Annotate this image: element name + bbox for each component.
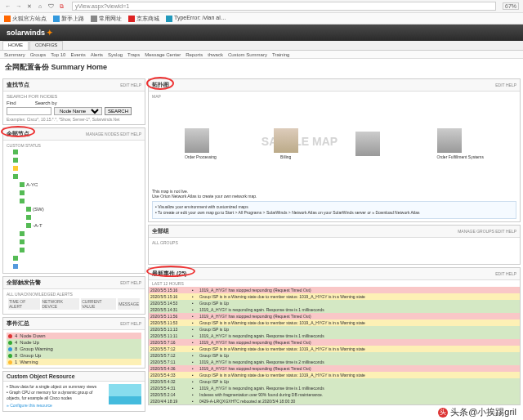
subnav-item[interactable]: Groups [30,52,47,57]
subnav-item[interactable]: Top 10 [51,52,65,57]
tree-item[interactable]: -A-T [7,221,141,230]
event-row[interactable]: 2020/5/5 4:36▪1019_A_HYGY has stopped re… [149,365,520,372]
event-row[interactable]: 2020/5/5 15:16▪1019_A_HYGY has stopped r… [149,287,520,293]
bookmark-item[interactable]: 京东商城 [128,15,159,23]
subnav-item[interactable]: Syslog [108,52,123,57]
back-icon[interactable]: ← [4,2,12,11]
panel-subtitle: LAST 12 HOURS [149,280,520,287]
panel-actions[interactable]: EDIT HELP [120,321,141,326]
event-time: 2020/5/5 7:12 [150,353,190,358]
summary-row[interactable]: 8Group Up [7,352,141,359]
summary-row[interactable]: 8Group Warning [7,346,141,352]
event-row[interactable]: 2020/5/5 4:32▪Group ISP is Up [149,378,520,385]
panel-actions[interactable]: EDIT HELP [495,271,516,276]
status-dot-icon [8,341,12,345]
tab-home[interactable]: HOME [2,41,29,50]
tree-item[interactable]: (SW) [7,205,141,213]
bookmark-item[interactable]: 新手上路 [53,15,84,23]
tree-item[interactable] [7,148,141,156]
tree-item[interactable] [7,254,141,262]
panel-actions[interactable]: MANAGE GROUPS EDIT HELP [458,229,516,234]
tree-item[interactable]: A-YC [7,181,141,189]
event-message: Indexes with fragmentation over 90% foun… [199,392,518,397]
tree-item[interactable] [7,164,141,172]
event-message: Group ISP is in a Warning state due to m… [199,373,518,378]
network-map[interactable]: SAMPLE MAP Order Processing Billing Orde… [152,99,516,189]
tree-item[interactable] [7,172,141,181]
status-dot-icon [8,334,12,338]
summary-count: 8 [15,346,17,351]
building-icon [274,128,298,153]
event-row[interactable]: 2020/5/5 7:12▪Group ISP is in a Warning … [149,346,520,352]
subnav-item[interactable]: thwack [208,52,223,57]
event-message: Group ISP is Up [199,353,518,358]
tree-item[interactable] [7,189,141,197]
event-time: 2020/5/5 7:16 [150,340,190,345]
ext-icon[interactable]: ⧉ [57,2,65,11]
subnav-item[interactable]: Events [70,52,85,57]
event-message: 1019_A_HYGY has stopped responding (Requ… [199,340,518,345]
event-row[interactable]: 2020/5/5 11:53▪Group ISP is in a Warning… [149,319,520,326]
panel-actions[interactable]: EDIT HELP [120,280,141,285]
panel-actions[interactable]: MANAGE NODES EDIT HELP [86,132,141,136]
search-input[interactable] [7,107,51,115]
event-row[interactable]: 2020/5/5 11:11▪1019_A_HYGY is responding… [149,333,520,339]
subnav-item[interactable]: Reports [186,52,203,57]
event-row[interactable]: 2020/5/5 11:56▪1019_A_HYGY has stopped r… [149,313,520,319]
subnav-item[interactable]: Traps [127,52,140,57]
event-time: 2020/4/4 18:19 [150,399,190,404]
browser-toolbar: ← → ✕ ⌂ 🛡 ⧉ yView.aspx?viewid=1 67% [0,0,523,13]
event-row[interactable]: 2020/5/5 15:16▪Group ISP is in a Warning… [149,293,520,300]
event-row[interactable]: 2020/5/5 4:33▪Group ISP is in a Warning … [149,372,520,378]
col-header: NETWORK DEVICE [42,298,80,310]
search-button[interactable]: SEARCH [105,107,132,115]
summary-row[interactable]: 4Node Up [7,339,141,346]
event-row[interactable]: 2020/5/5 14:31▪1019_A_HYGY is responding… [149,306,520,313]
tree-item[interactable] [7,213,141,221]
panel-actions[interactable]: EDIT HELP [120,83,141,87]
close-icon[interactable]: ✕ [25,2,34,11]
subnav-item[interactable]: Message Center [145,52,181,57]
subnav-item[interactable]: Training [272,52,289,57]
event-row[interactable]: 2020/4/4 18:19▪0429-A-LRQXGXHTC rebooted… [149,398,520,404]
bookmark-item[interactable]: TypeError: /vlan al… [166,15,226,21]
tree-item[interactable] [7,246,141,254]
tree-item[interactable] [7,156,141,164]
event-row[interactable]: 2020/5/5 14:53▪Group ISP is Up [149,300,520,306]
map-panel: 拓扑图EDIT HELP MAP SAMPLE MAP Order Proces… [148,78,521,222]
subnav-item[interactable]: Alerts [91,52,103,57]
subnav-item[interactable]: Custom Summary [228,52,267,57]
event-row[interactable]: 2020/5/5 4:31▪1019_A_HYGY is responding … [149,385,520,391]
event-icon: ▪ [192,346,197,351]
tab-configs[interactable]: CONFIGS [29,41,63,50]
groups-panel: 全部组MANAGE GROUPS EDIT HELP ALL GROUPS [148,225,521,265]
event-icon: ▪ [192,360,197,364]
subnav-item[interactable]: Summary [4,52,25,57]
events-panel: 最新事件 (25)EDIT HELP LAST 12 HOURS 2020/5/… [148,267,521,405]
event-row[interactable]: 2020/5/5 11:13▪Group ISP is Up [149,326,520,333]
building-icon [185,128,209,153]
event-time: 2020/5/5 4:32 [150,379,190,384]
event-message: Group ISP is Up [199,301,518,306]
event-icon: ▪ [192,327,197,332]
bookmark-item[interactable]: 火狐官方站点 [4,15,47,23]
event-icon: ▪ [192,379,197,384]
panel-title: 全部触发告警 [7,279,41,287]
event-row[interactable]: 2020/5/5 2:14▪Indexes with fragmentation… [149,391,520,398]
searchby-select[interactable]: Node Name [54,107,102,115]
event-row[interactable]: 2020/5/5 7:11▪1019_A_HYGY is responding … [149,359,520,365]
forward-icon[interactable]: → [15,2,23,11]
address-bar[interactable]: yView.aspx?viewid=1 [72,2,496,11]
summary-row[interactable]: 4Node Down [7,333,141,339]
event-row[interactable]: 2020/5/5 7:12▪Group ISP is Up [149,352,520,359]
tree-item[interactable] [7,238,141,246]
summary-row[interactable]: 1Warning [7,359,141,365]
tree-item[interactable] [7,230,141,238]
zoom-level[interactable]: 67% [503,2,519,10]
panel-actions[interactable]: EDIT HELP [495,83,516,87]
tree-item[interactable] [7,262,141,270]
home-icon[interactable]: ⌂ [36,2,44,11]
event-row[interactable]: 2020/5/5 7:16▪1019_A_HYGY has stopped re… [149,339,520,346]
tree-item[interactable] [7,197,141,205]
bookmark-item[interactable]: 常用网址 [91,15,122,23]
